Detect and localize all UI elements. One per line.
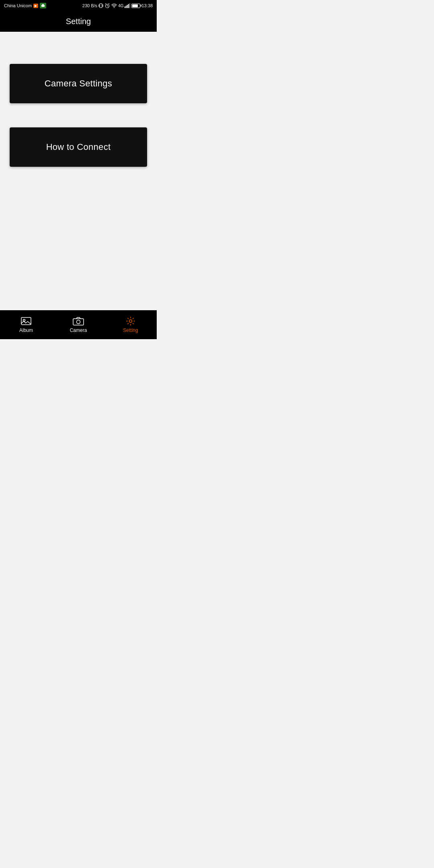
- nav-item-camera[interactable]: Camera: [52, 316, 104, 333]
- network-type: 4G: [118, 4, 123, 8]
- how-to-connect-button[interactable]: How to Connect: [10, 127, 147, 167]
- camera-label: Camera: [70, 328, 87, 333]
- signal-icon: [125, 3, 130, 8]
- battery-icon: [131, 4, 140, 8]
- alarm-icon: [104, 3, 110, 8]
- svg-rect-1: [42, 4, 44, 5]
- svg-line-9: [108, 4, 109, 4]
- svg-rect-13: [127, 5, 128, 8]
- bottom-nav: Album Camera Setting: [0, 310, 157, 339]
- carrier-icon-orange: ▶: [33, 4, 38, 8]
- album-label: Album: [19, 328, 33, 333]
- svg-point-19: [77, 320, 80, 324]
- carrier-icon-green: [40, 3, 46, 8]
- main-content: Camera Settings How to Connect: [0, 32, 157, 310]
- nav-item-album[interactable]: Album: [0, 316, 52, 333]
- camera-settings-button[interactable]: Camera Settings: [10, 64, 147, 103]
- nav-item-setting[interactable]: Setting: [104, 316, 157, 333]
- svg-rect-15: [129, 3, 130, 8]
- camera-icon: [73, 316, 84, 326]
- svg-point-10: [114, 7, 115, 8]
- svg-rect-11: [125, 6, 125, 8]
- carrier-name: China Unicom: [4, 3, 32, 8]
- page-title: Setting: [66, 17, 91, 26]
- svg-rect-16: [21, 317, 31, 325]
- wifi-icon: [111, 3, 117, 8]
- vibrate-icon: [98, 3, 103, 8]
- speed-indicator: 230 B/s: [82, 3, 97, 8]
- album-icon: [20, 316, 32, 326]
- svg-rect-18: [73, 319, 84, 325]
- status-right: 230 B/s 4G: [82, 3, 153, 8]
- status-left: China Unicom ▶: [4, 3, 46, 8]
- battery-fill: [132, 4, 138, 7]
- setting-label: Setting: [123, 328, 138, 333]
- time-display: 13:38: [141, 3, 153, 8]
- svg-line-8: [105, 4, 106, 4]
- svg-rect-14: [128, 4, 129, 8]
- status-bar: China Unicom ▶ 230 B/s: [0, 0, 157, 11]
- svg-point-20: [129, 320, 132, 323]
- svg-rect-2: [100, 4, 102, 8]
- setting-icon: [125, 316, 136, 326]
- svg-rect-12: [126, 6, 127, 8]
- page-header: Setting: [0, 11, 157, 32]
